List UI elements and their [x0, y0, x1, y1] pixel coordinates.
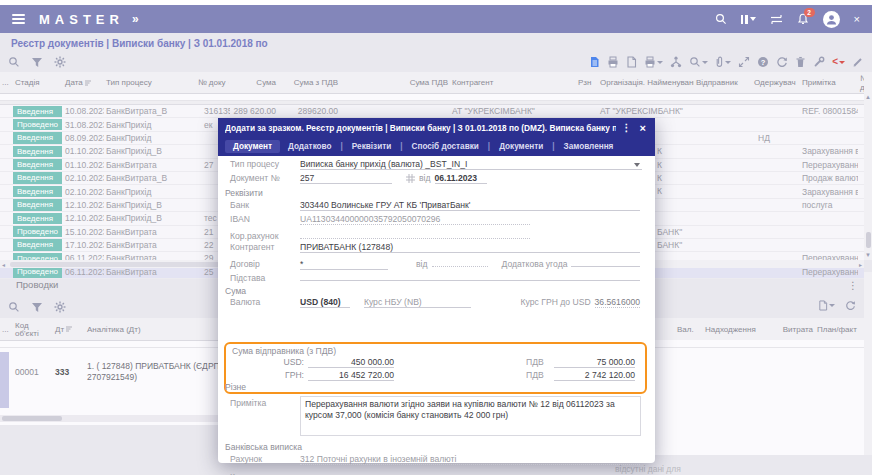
- app-logo: MASTER: [39, 12, 124, 27]
- document-blue-icon[interactable]: [589, 56, 600, 68]
- registry-filter-row[interactable]: [0, 94, 864, 101]
- usd-amount-input[interactable]: 450 000.00: [308, 357, 394, 368]
- attachment-menu-icon[interactable]: [715, 56, 731, 68]
- col-expense[interactable]: Витрата: [765, 325, 815, 334]
- basis-input[interactable]: [300, 270, 640, 281]
- tab-document[interactable]: Документ: [225, 140, 280, 153]
- entries-horizontal-scrollbar[interactable]: [0, 415, 218, 422]
- col-dt[interactable]: Дт: [53, 325, 85, 334]
- col-organization[interactable]: Організація. Найменуванн: [598, 78, 694, 87]
- new-document-icon[interactable]: [626, 56, 637, 68]
- col-vat-sum[interactable]: Сума ПДВ: [405, 77, 450, 87]
- registry-vertical-scrollbar[interactable]: ▲▼: [864, 72, 872, 260]
- currency-input[interactable]: USD (840): [300, 297, 350, 308]
- svg-text:?: ?: [761, 58, 766, 67]
- grn-amount-input[interactable]: 16 452 720.00: [308, 370, 394, 381]
- grn-vat-input[interactable]: 2 742 120.00: [554, 370, 635, 381]
- cell-note: REF. 080015842.: [800, 106, 858, 116]
- col-plan-fact[interactable]: План/факт: [815, 325, 864, 334]
- settings-gear-icon[interactable]: [54, 301, 66, 313]
- col-date[interactable]: Дата: [63, 78, 104, 87]
- print-icon[interactable]: [607, 56, 619, 68]
- col-currency[interactable]: Вал.: [675, 325, 703, 334]
- tab-delivery[interactable]: Спосіб доставки: [404, 140, 487, 153]
- analytics-filter-row[interactable]: [655, 340, 864, 348]
- contract-input[interactable]: *: [300, 259, 388, 270]
- col-rzn[interactable]: Рзн: [576, 78, 598, 87]
- col-doc-no[interactable]: № доку: [196, 78, 230, 87]
- cell-date: 12.10.2023: [63, 213, 104, 223]
- tab-additional[interactable]: Додатково: [280, 140, 340, 153]
- menu-icon[interactable]: [12, 14, 25, 24]
- notifications-bell-icon[interactable]: 2: [797, 13, 809, 25]
- settings-gear-icon[interactable]: [54, 56, 66, 68]
- numbering-grid-icon[interactable]: [406, 174, 415, 183]
- chevron-down-icon[interactable]: [634, 163, 640, 167]
- table-row[interactable]: Введення 10.08.2023 БанкВитрата_В 316135…: [0, 105, 864, 118]
- col-income[interactable]: Надходження: [703, 325, 765, 334]
- nav-back-red-icon[interactable]: <: [832, 57, 845, 67]
- scrollbar-thumb[interactable]: [866, 232, 871, 248]
- filter-icon[interactable]: [31, 57, 43, 68]
- cell-type: БанкВитрата: [104, 227, 196, 237]
- filter-icon[interactable]: [31, 302, 43, 313]
- account-input[interactable]: 312 Поточні рахунки в іноземній валюті: [300, 454, 640, 465]
- print-menu-icon[interactable]: [644, 56, 663, 68]
- doc-date-input[interactable]: 06.11.2023: [435, 173, 487, 184]
- process-type-select[interactable]: Виписка банку прихід (валюта) _BST_IN_I: [300, 159, 642, 170]
- task-queue-icon[interactable]: [770, 14, 783, 25]
- delete-trash-icon[interactable]: [795, 56, 806, 68]
- col-note[interactable]: Примітка: [800, 78, 858, 87]
- search-icon[interactable]: [8, 301, 20, 313]
- col-receiver[interactable]: Одержувач: [752, 78, 800, 87]
- addendum-input[interactable]: [571, 256, 640, 267]
- refresh-icon[interactable]: [776, 56, 788, 68]
- analytics-scrollbar[interactable]: [864, 272, 872, 455]
- modal-close-icon[interactable]: ×: [638, 122, 648, 134]
- column-menu-stub[interactable]: ...: [0, 78, 13, 87]
- share-icon[interactable]: [670, 56, 682, 68]
- modal-kebab-icon[interactable]: ⋮: [616, 122, 638, 133]
- refresh-icon[interactable]: [845, 300, 856, 311]
- analytics-panel: ⋮ Вал. Надходження Витрата План/факт: [655, 272, 864, 455]
- doc-no-input[interactable]: 257: [300, 173, 392, 184]
- edit-pencil-icon[interactable]: [852, 56, 864, 68]
- help-icon[interactable]: ?: [757, 56, 769, 68]
- expand-icon[interactable]: [738, 56, 750, 68]
- account-avatar[interactable]: [823, 11, 840, 28]
- col-object-code[interactable]: Код об'єкті: [13, 320, 53, 339]
- col-suma-vat[interactable]: Сума з ПДВ: [278, 78, 340, 87]
- cell-date: 31.08.2023: [63, 120, 104, 130]
- note-textarea[interactable]: Перерахування валюти згідно заяви на куп…: [300, 396, 641, 436]
- col-sender[interactable]: Відправник: [694, 78, 752, 87]
- col-process-type[interactable]: Тип процесу: [104, 78, 196, 87]
- contract-date-input[interactable]: [432, 256, 488, 267]
- corr-account-input[interactable]: [300, 228, 530, 239]
- tab-orders[interactable]: Замовлення: [556, 140, 622, 153]
- col-stage[interactable]: Стадія: [13, 78, 63, 87]
- iban-input[interactable]: UA113034400000035792050070296: [300, 214, 530, 225]
- column-menu-stub[interactable]: ...: [0, 325, 13, 334]
- field-corr-account: Кор.рахунок: [230, 228, 640, 241]
- tab-documents[interactable]: Документи: [491, 140, 551, 153]
- col-contractor[interactable]: Контрагент: [450, 78, 576, 87]
- field-correspond: Кореспондує: [230, 469, 640, 475]
- section-requisites: Реквізити: [225, 188, 263, 198]
- tools-wrench-icon[interactable]: [813, 56, 825, 68]
- rate-type-input[interactable]: Курс НБУ (NB): [364, 297, 471, 308]
- search-icon[interactable]: [8, 56, 20, 68]
- tab-requisites[interactable]: Реквізити: [344, 140, 399, 153]
- usd-vat-input[interactable]: 75 000.00: [554, 357, 635, 368]
- entries-toolbar: [8, 301, 66, 313]
- bank-input[interactable]: 303440 Волинське ГРУ АТ КБ 'ПриватБанк': [300, 200, 640, 211]
- search-menu-icon[interactable]: [689, 56, 708, 68]
- pause-menu-icon[interactable]: [741, 15, 756, 24]
- scrollbar-thumb[interactable]: [2, 416, 62, 421]
- window-close-icon[interactable]: ×: [854, 14, 860, 25]
- contractor-input[interactable]: ПРИВАТБАНК (127848): [300, 242, 640, 253]
- new-document-menu-icon[interactable]: [818, 300, 835, 311]
- correspond-input[interactable]: [300, 469, 640, 475]
- col-suma[interactable]: Сума: [230, 78, 278, 87]
- panel-kebab-icon[interactable]: ⋮: [848, 280, 858, 291]
- search-icon[interactable]: [715, 13, 727, 25]
